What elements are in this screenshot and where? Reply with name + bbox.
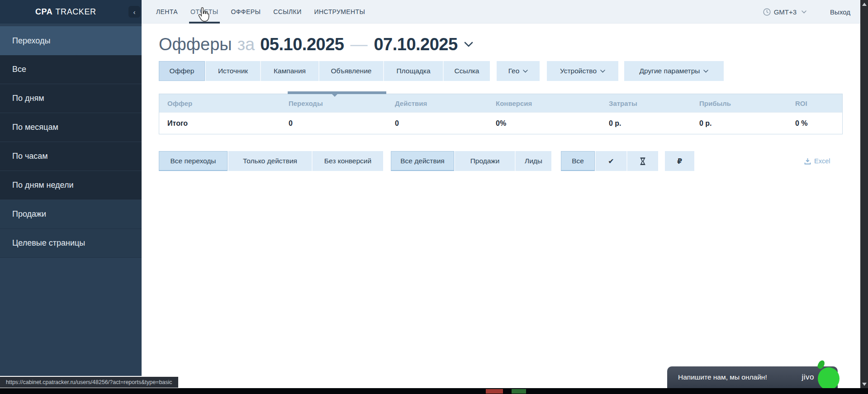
- hourglass-icon: [639, 157, 647, 166]
- tab-istochnik[interactable]: Источник: [205, 61, 260, 81]
- date-range-dropdown[interactable]: [464, 42, 473, 47]
- app-logo: CPA TRACKER: [35, 0, 96, 24]
- col-roi[interactable]: ROI: [787, 100, 842, 107]
- filter-all-actions[interactable]: Все действия: [391, 151, 454, 171]
- page-scrollbar[interactable]: [860, 0, 868, 388]
- tab-ploshchadka[interactable]: Площадка: [383, 61, 443, 81]
- logo-bar: CPA TRACKER ‹: [0, 0, 142, 24]
- scroll-down-arrow[interactable]: [860, 380, 868, 388]
- nav-otchety[interactable]: ОТЧЕТЫ: [190, 0, 218, 24]
- top-bar: ЛЕНТА ОТЧЕТЫ ОФФЕРЫ ССЫЛКИ ИНСТРУМЕНТЫ G…: [142, 0, 860, 24]
- link-status-tooltip: https://cabinet.cpatracker.ru/users/4825…: [0, 377, 178, 388]
- col-pribyl[interactable]: Прибыль: [691, 100, 787, 107]
- tab-obyavlenie[interactable]: Объявление: [318, 61, 383, 81]
- sidebar-item-po-dnyam[interactable]: По дням: [0, 84, 142, 113]
- status-url: https://cabinet.cpatracker.ru/users/4825…: [6, 379, 172, 385]
- os-taskbar-edge: [0, 388, 868, 394]
- filter-no-conversions[interactable]: Без конверсий: [312, 151, 383, 171]
- timezone-label: GMT+3: [774, 8, 797, 16]
- total-roi: 0 %: [787, 119, 842, 128]
- tab-ssylka[interactable]: Ссылка: [443, 61, 490, 81]
- tab-kampaniya[interactable]: Кампания: [260, 61, 318, 81]
- filter-status-approved[interactable]: ✔: [595, 151, 626, 171]
- logo-bold: CPA: [35, 7, 52, 17]
- logout-link[interactable]: Выход: [830, 8, 850, 16]
- currency-filter-group: ₽: [665, 151, 694, 171]
- total-deystviya: 0: [387, 119, 488, 128]
- filter-sales[interactable]: Продажи: [454, 151, 515, 171]
- filter-all-clicks[interactable]: Все переходы: [159, 151, 228, 171]
- app-root: ЛЕНТА ОТЧЕТЫ ОФФЕРЫ ССЫЛКИ ИНСТРУМЕНТЫ G…: [0, 0, 868, 394]
- col-perehody[interactable]: Переходы: [280, 100, 387, 107]
- title-preposition: за: [237, 35, 255, 54]
- chat-message: Напишите нам, мы онлайн!: [678, 373, 767, 381]
- filter-only-actions[interactable]: Только действия: [228, 151, 312, 171]
- tab-geo-label: Гео: [508, 67, 520, 75]
- filter-leads[interactable]: Лиды: [515, 151, 551, 171]
- chevron-down-icon: [600, 70, 605, 73]
- total-pribyl: 0 р.: [691, 119, 787, 128]
- ruble-icon: ₽: [677, 157, 682, 166]
- tab-device-label: Устройство: [560, 67, 597, 75]
- chat-online-indicator: [818, 367, 840, 390]
- tab-device-dropdown[interactable]: Устройство: [547, 61, 618, 81]
- clicks-filter-group: Все переходы Только действия Без конверс…: [159, 151, 383, 171]
- report-title-row: Офферы за 05.10.2025 — 07.10.2025: [159, 33, 473, 56]
- filter-currency-ruble[interactable]: ₽: [665, 151, 694, 171]
- chevron-down-icon: [523, 70, 528, 73]
- sidebar-item-prodazhi[interactable]: Продажи: [0, 200, 142, 229]
- filter-status-pending[interactable]: [626, 151, 658, 171]
- col-zatraty[interactable]: Затраты: [601, 100, 691, 107]
- excel-export-link[interactable]: Excel: [804, 151, 830, 171]
- download-icon: [804, 158, 811, 165]
- sidebar-item-vse[interactable]: Все: [0, 55, 142, 84]
- total-zatraty: 0 р.: [601, 119, 691, 128]
- chevron-down-icon: [703, 70, 708, 73]
- top-navigation: ЛЕНТА ОТЧЕТЫ ОФФЕРЫ ССЫЛКИ ИНСТРУМЕНТЫ: [156, 0, 365, 24]
- col-offer[interactable]: Оффер: [159, 100, 280, 107]
- tab-other-params-dropdown[interactable]: Другие параметры: [624, 61, 724, 81]
- taskbar-icon-red: [486, 389, 503, 394]
- tab-geo-dropdown[interactable]: Гео: [497, 61, 540, 81]
- actions-filter-group: Все действия Продажи Лиды: [391, 151, 551, 171]
- report-table: Оффер Переходы Действия Конверсия Затрат…: [159, 94, 843, 134]
- dimension-tabs: Оффер Источник Кампания Объявление Площа…: [159, 61, 490, 81]
- scroll-up-arrow[interactable]: [860, 0, 868, 8]
- clock-icon: [763, 8, 771, 16]
- tab-offer[interactable]: Оффер: [159, 61, 205, 81]
- table-header-row: Оффер Переходы Действия Конверсия Затрат…: [159, 94, 842, 112]
- taskbar-icon-green: [512, 389, 526, 394]
- sidebar-menu: Переходы Все По дням По месяцам По часам…: [0, 26, 142, 258]
- sidebar-item-celevye-stranicy[interactable]: Целевые страницы: [0, 229, 142, 258]
- nav-offery[interactable]: ОФФЕРЫ: [231, 0, 261, 24]
- check-icon: ✔: [608, 157, 614, 166]
- sidebar-item-po-chasam[interactable]: По часам: [0, 142, 142, 171]
- device-dropdown-wrap: Устройство: [547, 61, 618, 81]
- tab-other-params-label: Другие параметры: [640, 67, 700, 75]
- sidebar-item-perehody[interactable]: Переходы: [0, 26, 142, 55]
- date-dash: —: [350, 35, 367, 54]
- sidebar-collapse-button[interactable]: ‹: [128, 6, 140, 18]
- col-deystviya[interactable]: Действия: [387, 100, 488, 107]
- total-perehody: 0: [280, 119, 387, 128]
- geo-dropdown-wrap: Гео: [497, 61, 540, 81]
- col-konversiya[interactable]: Конверсия: [488, 100, 601, 107]
- nav-ssylki[interactable]: ССЫЛКИ: [273, 0, 301, 24]
- sort-indicator: [288, 91, 386, 94]
- jivo-logo: jivo: [802, 373, 814, 382]
- sidebar-item-po-dnyam-nedeli[interactable]: По дням недели: [0, 171, 142, 200]
- date-to[interactable]: 07.10.2025: [374, 35, 457, 54]
- chat-widget[interactable]: Напишите нам, мы онлайн! jivo: [667, 366, 838, 388]
- timezone-selector[interactable]: GMT+3: [763, 8, 806, 16]
- nav-instrumenty[interactable]: ИНСТРУМЕНТЫ: [314, 0, 365, 24]
- status-filter-group: Все ✔: [561, 151, 658, 171]
- nav-lenta[interactable]: ЛЕНТА: [156, 0, 178, 24]
- table-total-row: Итого 0 0 0% 0 р. 0 р. 0 %: [159, 112, 842, 134]
- top-bar-right: GMT+3 Выход: [763, 0, 850, 24]
- sidebar-item-po-mesyacam[interactable]: По месяцам: [0, 113, 142, 142]
- other-params-dropdown-wrap: Другие параметры: [624, 61, 724, 81]
- date-from[interactable]: 05.10.2025: [260, 35, 344, 54]
- total-label: Итого: [159, 119, 280, 128]
- filter-status-all[interactable]: Все: [561, 151, 595, 171]
- chevron-down-icon: [802, 10, 806, 14]
